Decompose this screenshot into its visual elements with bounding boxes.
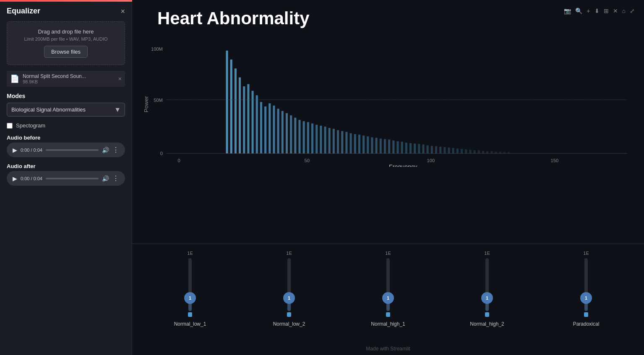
svg-text:0: 0 — [177, 158, 180, 163]
svg-rect-58 — [422, 145, 424, 153]
slider-col-3: 1E1Normal_high_2 — [438, 248, 537, 336]
svg-rect-62 — [439, 147, 441, 153]
slider-col-1: 1E1Normal_low_2 — [240, 248, 339, 336]
spectogram-checkbox[interactable] — [7, 123, 13, 129]
modes-label: Modes — [7, 93, 125, 99]
svg-rect-66 — [456, 148, 459, 153]
spectogram-checkbox-row: Spectogram — [7, 122, 125, 129]
svg-rect-19 — [256, 95, 258, 153]
slider-thumb-3[interactable]: 1 — [481, 292, 493, 304]
file-close-button[interactable]: × — [118, 75, 122, 82]
slider-thumb-0[interactable]: 1 — [184, 292, 196, 304]
audio-before-more-icon[interactable]: ⋮ — [112, 146, 119, 154]
audio-after-volume-icon[interactable]: 🔊 — [102, 175, 109, 182]
drop-zone-title: Drag and drop file here — [14, 29, 118, 35]
svg-rect-72 — [482, 151, 484, 153]
svg-rect-47 — [375, 138, 378, 153]
slider-wrapper-0[interactable]: 1 — [182, 258, 198, 317]
slider-col-2: 1E1Normal_high_1 — [339, 248, 438, 336]
svg-rect-67 — [461, 149, 463, 153]
audio-after-player: ▶ 0:00 / 0:04 🔊 ⋮ — [7, 171, 125, 186]
svg-rect-24 — [277, 109, 279, 153]
mode-select[interactable]: Biological Signal Abnormalities — [7, 103, 125, 117]
slider-thumb-2[interactable]: 1 — [382, 292, 394, 304]
chart-area: Heart Abnormality ✛ 100M 50M 0 Power 0 — [132, 0, 644, 244]
sidebar: Equalizer × Drag and drop file here Limi… — [0, 0, 132, 355]
svg-rect-76 — [499, 152, 501, 153]
slider-bottom-indicator-4 — [584, 312, 588, 317]
audio-before-progress[interactable] — [46, 149, 99, 151]
slider-track-4[interactable]: 1 — [584, 258, 588, 311]
svg-rect-32 — [311, 124, 313, 153]
slider-name-label-2: Normal_high_1 — [371, 321, 405, 327]
svg-rect-51 — [392, 140, 394, 153]
audio-before-volume-icon[interactable]: 🔊 — [102, 147, 109, 153]
modes-section: Modes Biological Signal Abnormalities ▼ — [7, 93, 125, 117]
audio-before-player: ▶ 0:00 / 0:04 🔊 ⋮ — [7, 143, 125, 157]
slider-top-label-4: 1E — [583, 251, 589, 256]
svg-rect-70 — [474, 150, 476, 153]
browse-files-button[interactable]: Browse files — [44, 46, 88, 58]
chart-title: Heart Abnormality — [157, 8, 631, 29]
sidebar-close-button[interactable]: × — [120, 8, 125, 15]
svg-text:50M: 50M — [154, 98, 163, 103]
slider-top-label-2: 1E — [385, 251, 391, 256]
slider-top-label-3: 1E — [484, 251, 490, 256]
svg-rect-42 — [354, 134, 356, 153]
top-red-bar — [0, 0, 132, 2]
slider-wrapper-1[interactable]: 1 — [281, 258, 297, 317]
svg-rect-38 — [337, 130, 339, 153]
svg-rect-27 — [290, 115, 292, 153]
svg-rect-55 — [409, 143, 412, 153]
slider-thumb-1[interactable]: 1 — [283, 292, 295, 304]
svg-rect-50 — [388, 140, 390, 153]
svg-rect-75 — [495, 152, 497, 153]
audio-before-section: Audio before ▶ 0:00 / 0:04 🔊 ⋮ — [7, 135, 125, 157]
slider-top-label-1: 1E — [286, 251, 292, 256]
slider-wrapper-2[interactable]: 1 — [380, 258, 396, 317]
svg-text:Power: Power — [143, 96, 150, 113]
frequency-chart[interactable]: 100M 50M 0 Power 0 50 100 150 Frequency — [141, 33, 631, 167]
svg-text:100M: 100M — [151, 46, 163, 51]
slider-name-label-4: Paradoxical — [573, 321, 600, 327]
svg-rect-53 — [401, 142, 403, 153]
svg-rect-40 — [345, 132, 347, 153]
slider-track-1[interactable]: 1 — [287, 258, 291, 311]
svg-rect-15 — [239, 78, 241, 153]
slider-thumb-4[interactable]: 1 — [580, 292, 592, 304]
mode-select-wrapper: Biological Signal Abnormalities ▼ — [7, 103, 125, 117]
svg-rect-44 — [362, 135, 365, 153]
uploaded-file-item: 📄 Normal Split Second Soun... 98.9KB × — [7, 71, 125, 87]
audio-before-play-button[interactable]: ▶ — [13, 147, 17, 153]
svg-rect-63 — [443, 147, 446, 153]
svg-rect-68 — [465, 149, 467, 153]
sliders-section: 1E1Normal_low_11E1Normal_low_21E1Normal_… — [132, 244, 644, 344]
slider-col-4: 1E1Paradoxical — [537, 248, 636, 336]
slider-bottom-indicator-1 — [287, 312, 291, 317]
svg-rect-69 — [469, 150, 471, 153]
audio-after-label: Audio after — [7, 163, 125, 169]
svg-text:100: 100 — [427, 158, 435, 163]
svg-rect-26 — [286, 113, 288, 153]
svg-rect-36 — [329, 128, 331, 153]
file-drop-zone[interactable]: Drag and drop file here Limit 200MB per … — [7, 21, 125, 65]
slider-track-3[interactable]: 1 — [485, 258, 489, 311]
slider-wrapper-4[interactable]: 1 — [578, 258, 594, 317]
spectogram-label[interactable]: Spectogram — [16, 122, 45, 129]
audio-after-play-button[interactable]: ▶ — [13, 176, 17, 181]
svg-rect-12 — [226, 51, 228, 153]
slider-bottom-indicator-3 — [485, 312, 489, 317]
audio-after-more-icon[interactable]: ⋮ — [112, 174, 119, 182]
svg-rect-21 — [264, 106, 266, 153]
streamlit-footer: Made with Streamlit — [132, 344, 644, 355]
audio-after-progress[interactable] — [46, 178, 99, 179]
svg-rect-78 — [508, 152, 510, 153]
slider-track-2[interactable]: 1 — [386, 258, 390, 311]
svg-rect-59 — [427, 145, 429, 153]
audio-after-section: Audio after ▶ 0:00 / 0:04 🔊 ⋮ — [7, 163, 125, 186]
slider-track-0[interactable]: 1 — [188, 258, 192, 311]
svg-rect-31 — [307, 122, 309, 153]
svg-text:150: 150 — [551, 158, 559, 163]
slider-wrapper-3[interactable]: 1 — [479, 258, 495, 317]
sidebar-header: Equalizer × — [7, 7, 125, 16]
